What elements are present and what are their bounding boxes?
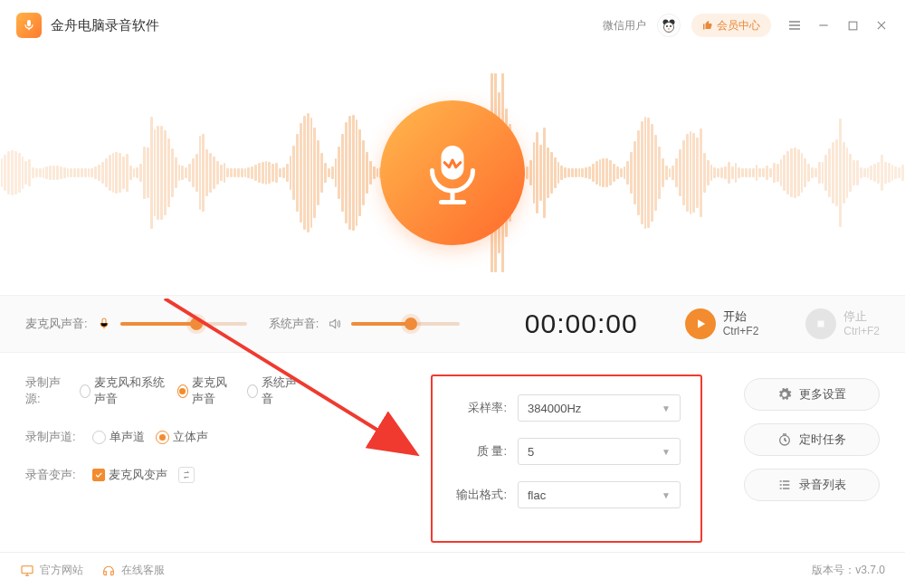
menu-icon[interactable] xyxy=(787,18,802,33)
quality-label: 质 量: xyxy=(452,443,507,460)
svg-point-6 xyxy=(670,25,672,27)
quality-select[interactable]: 5 ▼ xyxy=(518,438,681,465)
svg-point-7 xyxy=(668,28,670,29)
headset-icon xyxy=(101,564,116,578)
svg-rect-0 xyxy=(27,20,31,26)
schedule-button[interactable]: 定时任务 xyxy=(744,423,880,456)
output-params-box: 采样率: 384000Hz ▼ 质 量: 5 ▼ 输出格式: flac ▼ xyxy=(431,375,702,543)
settings-area: 录制声源: 麦克风和系统声音 麦克风声音 系统声音 录制声道: 单声道 立体声 … xyxy=(0,353,905,552)
more-settings-button[interactable]: 更多设置 xyxy=(744,378,880,411)
thumbs-up-icon xyxy=(702,20,713,31)
official-site-link[interactable]: 官方网站 xyxy=(20,563,83,578)
record-timer: 00:00:00 xyxy=(525,308,638,339)
recording-options: 录制声源: 麦克风和系统声音 麦克风声音 系统声音 录制声道: 单声道 立体声 … xyxy=(25,375,297,543)
voice-settings-icon[interactable] xyxy=(178,467,195,483)
voice-change-label: 录音变声: xyxy=(25,467,81,483)
minimize-icon[interactable] xyxy=(816,18,831,33)
stop-label: 停止 xyxy=(843,309,880,325)
source-option-both[interactable]: 麦克风和系统声音 xyxy=(80,375,167,407)
start-label: 开始 xyxy=(723,309,759,325)
play-icon xyxy=(685,308,716,339)
quality-value: 5 xyxy=(528,445,534,459)
mic-volume-group: 麦克风声音: xyxy=(25,316,247,332)
channel-row: 录制声道: 单声道 立体声 xyxy=(25,429,297,445)
vip-center-button[interactable]: 会员中心 xyxy=(691,14,771,37)
recordings-list-button[interactable]: 录音列表 xyxy=(744,469,880,501)
start-shortcut: Ctrl+F2 xyxy=(723,325,759,339)
source-label: 录制声源: xyxy=(25,375,69,407)
user-avatar[interactable] xyxy=(657,14,681,37)
channel-label: 录制声道: xyxy=(25,429,81,445)
quality-row: 质 量: 5 ▼ xyxy=(452,438,681,465)
voice-change-checkbox[interactable]: 麦克风变声 xyxy=(92,467,167,483)
microphone-icon xyxy=(97,317,111,331)
controls-row: 麦克风声音: 系统声音: 00:00:00 开始 Ctrl+F2 xyxy=(0,295,905,353)
format-value: flac xyxy=(528,488,546,502)
monitor-icon xyxy=(20,564,34,578)
stop-record-button: 停止 Ctrl+F2 xyxy=(805,308,880,339)
vip-label: 会员中心 xyxy=(717,18,760,33)
waveform-area xyxy=(0,51,905,295)
format-select[interactable]: flac ▼ xyxy=(518,481,681,508)
mic-volume-slider[interactable] xyxy=(120,322,247,326)
start-record-button[interactable]: 开始 Ctrl+F2 xyxy=(685,308,759,339)
source-option-mic[interactable]: 麦克风声音 xyxy=(177,375,236,407)
svg-point-5 xyxy=(666,25,668,27)
titlebar-right: 微信用户 会员中心 xyxy=(603,14,889,37)
app-title: 金舟电脑录音软件 xyxy=(51,17,159,34)
format-row: 输出格式: flac ▼ xyxy=(452,481,681,508)
source-row: 录制声源: 麦克风和系统声音 麦克风声音 系统声音 xyxy=(25,375,297,407)
speaker-icon xyxy=(328,317,342,331)
sample-rate-label: 采样率: xyxy=(452,400,507,416)
app-icon xyxy=(16,13,42,38)
svg-point-4 xyxy=(664,23,674,33)
stop-icon xyxy=(805,308,836,339)
maximize-icon[interactable] xyxy=(845,18,860,33)
mic-volume-label: 麦克风声音: xyxy=(25,316,88,332)
titlebar-left: 金舟电脑录音软件 xyxy=(16,13,159,38)
stop-shortcut: Ctrl+F2 xyxy=(843,325,880,339)
svg-rect-14 xyxy=(22,565,33,573)
list-icon xyxy=(777,478,792,492)
record-mic-icon xyxy=(380,100,525,245)
side-actions: 更多设置 定时任务 录音列表 xyxy=(744,375,880,543)
svg-rect-8 xyxy=(849,22,857,30)
footer: 官方网站 在线客服 版本号：v3.7.0 xyxy=(0,552,905,588)
system-volume-slider[interactable] xyxy=(351,322,460,326)
format-label: 输出格式: xyxy=(452,487,507,503)
chevron-down-icon: ▼ xyxy=(662,447,671,457)
app-window: 金舟电脑录音软件 微信用户 会员中心 xyxy=(0,0,905,588)
channel-option-mono[interactable]: 单声道 xyxy=(92,429,145,445)
system-volume-group: 系统声音: xyxy=(269,316,461,332)
channel-option-stereo[interactable]: 立体声 xyxy=(156,429,208,445)
svg-rect-11 xyxy=(818,321,824,327)
sample-rate-value: 384000Hz xyxy=(528,402,581,415)
voice-change-row: 录音变声: 麦克风变声 xyxy=(25,467,297,483)
source-option-sys[interactable]: 系统声音 xyxy=(247,375,297,407)
window-controls xyxy=(787,18,889,33)
sample-rate-row: 采样率: 384000Hz ▼ xyxy=(452,394,681,422)
system-volume-label: 系统声音: xyxy=(269,316,319,332)
chevron-down-icon: ▼ xyxy=(662,490,671,500)
sample-rate-select[interactable]: 384000Hz ▼ xyxy=(518,394,681,422)
version-info: 版本号：v3.7.0 xyxy=(812,563,885,578)
support-link[interactable]: 在线客服 xyxy=(101,563,165,578)
chevron-down-icon: ▼ xyxy=(662,403,671,413)
close-icon[interactable] xyxy=(874,18,889,33)
user-type-label: 微信用户 xyxy=(603,18,646,33)
titlebar: 金舟电脑录音软件 微信用户 会员中心 xyxy=(0,0,905,51)
clock-icon xyxy=(777,432,792,447)
gear-icon xyxy=(777,387,792,402)
